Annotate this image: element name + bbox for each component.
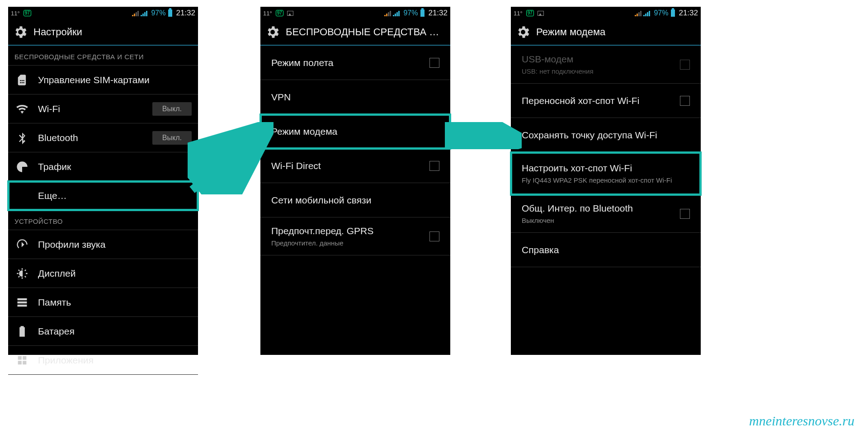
item-label: Настроить хот-спот Wi-Fi [522,163,690,174]
arrow-2 [445,122,522,149]
screen-title: БЕСПРОВОДНЫЕ СРЕДСТВА И СЕ… [286,26,446,38]
item-setup-hotspot[interactable]: Настроить хот-спот Wi-Fi Fly IQ443 WPA2 … [511,152,701,195]
item-traffic[interactable]: Трафик [8,152,198,181]
signal-sim2-icon [141,10,147,16]
status-temp: 11° [11,10,20,17]
item-sub: Предпочтител. данные [271,239,423,247]
status-clock: 21:32 [428,9,448,18]
item-label: Управление SIM-картами [38,75,150,85]
watermark: mneinteresnovse.ru [749,413,854,429]
item-sub: Выключен [522,217,674,224]
item-label: Переносной хот-спот Wi-Fi [522,95,674,106]
screen-header: Режим модема [511,19,701,46]
bt-tether-checkbox[interactable] [680,209,690,219]
screen-header: Настройки [8,19,198,46]
phone-wireless: 11° 97 97% 21:32 БЕСПРОВОДНЫЕ СРЕДСТВА И… [260,7,450,355]
item-portable-hotspot[interactable]: Переносной хот-спот Wi-Fi [511,84,701,118]
item-label: Трафик [38,161,71,172]
battery-pct: 97% [151,9,165,17]
item-gprs[interactable]: Предпочт.перед. GPRS Предпочтител. данны… [260,217,450,255]
item-wifi-direct[interactable]: Wi-Fi Direct [260,149,450,183]
battery-icon [168,9,172,17]
screenshot-icon [287,11,293,16]
battery-pct: 97% [403,9,418,17]
screenshot-icon [538,11,544,16]
airplane-checkbox[interactable] [429,58,439,68]
bt-toggle[interactable]: Выкл. [152,131,192,145]
apps-icon [14,354,30,367]
item-label: Режим полета [271,57,423,68]
item-label: Профили звука [38,239,105,250]
battery-item-icon [14,325,30,338]
item-battery[interactable]: Батарея [8,317,198,346]
item-sim-management[interactable]: Управление SIM-картами [8,66,198,94]
bluetooth-icon [14,132,30,144]
signal-sim2-icon [643,10,650,16]
settings-gear-icon [265,24,280,40]
item-label: Предпочт.перед. GPRS [271,226,423,236]
item-label: Режим модема [271,126,439,137]
signal-sim1-icon [132,10,139,16]
item-label: Wi-Fi [38,104,60,114]
wifi-icon [14,103,30,115]
battery-pct: 97% [654,9,668,17]
item-label: Память [38,297,71,308]
settings-gear-icon [13,24,28,40]
item-display[interactable]: Дисплей [8,259,198,288]
settings-gear-icon [515,24,531,40]
item-label: Батарея [38,326,75,337]
item-sub: USB: нет подключения [522,67,674,75]
status-temp: 11° [263,10,272,17]
item-memory[interactable]: Память [8,288,198,317]
wifidirect-checkbox[interactable] [429,161,439,171]
item-label: Дисплей [38,268,76,279]
battery-icon [671,9,675,17]
item-label: Сохранять точку доступа Wi-Fi [522,130,690,141]
item-sound[interactable]: Профили звука [8,230,198,259]
status-temp: 11° [514,10,523,17]
battery-icon [420,9,425,17]
item-vpn[interactable]: VPN [260,80,450,114]
signal-sim2-icon [393,10,400,16]
tutorial-image: { "status": { "temp": "11°", "badge": "9… [0,0,868,434]
item-label: Общ. Интер. по Bluetooth [522,203,674,214]
item-label: USB-модем [522,54,674,65]
hotspot-checkbox[interactable] [680,96,690,106]
wifi-toggle[interactable]: Выкл. [152,102,192,116]
data-usage-icon [14,160,30,173]
item-apps[interactable]: Приложения [8,346,198,375]
display-icon [14,267,30,280]
item-sub: Fly IQ443 WPA2 PSK переносной хот-спот W… [522,176,690,184]
item-help[interactable]: Справка [511,233,701,267]
status-badge: 97 [24,10,31,16]
phone-tethering: 11° 97 97% 21:32 Режим модема USB-модем … [511,7,701,355]
item-more[interactable]: Еще… [8,181,198,210]
sim-icon [14,74,30,86]
section-device: УСТРОЙСТВО [8,210,198,230]
status-badge: 97 [276,10,283,16]
status-bar: 11° 97 97% 21:32 [511,7,701,19]
item-bluetooth[interactable]: Bluetooth Выкл. [8,123,198,152]
item-usb-modem: USB-модем USB: нет подключения [511,46,701,84]
item-label: Приложения [38,355,94,366]
item-mobile-networks[interactable]: Сети мобильной связи [260,183,450,217]
item-label: Bluetooth [38,132,78,143]
item-label: Еще… [38,190,67,201]
signal-sim1-icon [635,10,642,16]
item-tethering[interactable]: Режим модема [260,114,450,149]
item-label: Справка [522,245,690,255]
status-badge: 97 [526,10,534,16]
item-bt-tether[interactable]: Общ. Интер. по Bluetooth Выключен [511,195,701,233]
gprs-checkbox[interactable] [429,231,439,241]
item-label: VPN [271,92,439,103]
item-wifi[interactable]: Wi-Fi Выкл. [8,94,198,123]
item-keep-hotspot[interactable]: Сохранять точку доступа Wi-Fi [511,118,701,152]
sound-icon [14,238,30,251]
screen-header: БЕСПРОВОДНЫЕ СРЕДСТВА И СЕ… [260,19,450,46]
usb-checkbox [680,60,690,70]
screen-title: Настройки [33,26,82,38]
storage-icon [14,296,30,309]
screen-title: Режим модема [536,26,605,38]
phone-settings: 11° 97 97% 21:32 Настройки БЕСПРОВОДНЫЕ … [8,7,198,355]
item-airplane[interactable]: Режим полета [260,46,450,80]
